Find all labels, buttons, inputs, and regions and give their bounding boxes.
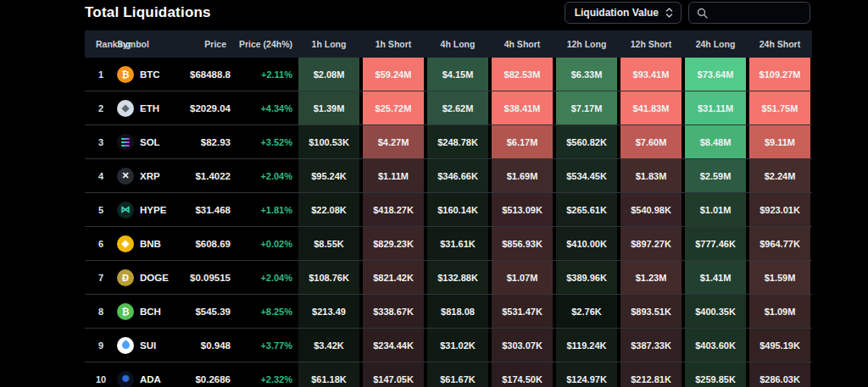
symbol-label: DOGE (140, 273, 169, 283)
column-header-1h-long[interactable]: 1h Long (297, 39, 361, 49)
ada-coin-icon: ✺ (117, 371, 134, 387)
liquidation-cell: $31.61K (426, 227, 490, 260)
column-header-4h-long[interactable]: 4h Long (426, 39, 490, 49)
liquidation-value: $964.77K (749, 227, 810, 260)
liquidation-value: $1.11M (363, 159, 424, 192)
liquidation-value: $6.33M (556, 58, 617, 91)
column-header-ranking[interactable]: Ranking (85, 39, 117, 49)
liquidation-cell: $1.09M (748, 295, 812, 328)
liquidation-value: $1.23M (620, 261, 682, 294)
liquidation-value: $4.15M (427, 58, 488, 91)
liquidation-cell: $25.72M (361, 91, 426, 124)
liquidation-value: $22.08K (298, 193, 359, 226)
table-row-eth[interactable]: 2◆ETH$2029.04+4.34%$1.39M$25.72M$2.62M$3… (85, 91, 812, 124)
liquidation-value: $389.96K (556, 261, 617, 294)
liquidation-cell: $418.27K (361, 193, 426, 226)
liquidation-value: $2.76K (556, 295, 617, 328)
liquidation-cell: $212.81K (619, 362, 683, 387)
table-row-sol[interactable]: 3SOL$82.93+3.52%$100.53K$4.27M$248.78K$6… (85, 124, 812, 158)
liquidation-value: $897.27K (620, 227, 682, 260)
liquidation-value: $212.81K (620, 362, 682, 387)
price-change-cell: +8.25% (231, 295, 297, 328)
price-cell: $608.69 (180, 227, 231, 260)
column-header-4h-short[interactable]: 4h Short (490, 39, 554, 49)
liquidation-cell: $61.18K (297, 362, 361, 387)
liquidation-cell: $234.44K (361, 329, 426, 362)
rank-cell: 9 (85, 329, 117, 362)
symbol-label: XRP (140, 171, 160, 181)
table-row-bch[interactable]: 8₿BCH$545.39+8.25%$213.49$338.67K$818.08… (85, 294, 812, 328)
eth-coin-icon: ◆ (117, 100, 134, 117)
liquidation-cell: $38.41M (490, 91, 554, 124)
rank-cell: 3 (85, 125, 117, 158)
price-change-cell: +2.04% (231, 159, 297, 192)
column-header-24h-short[interactable]: 24h Short (748, 39, 812, 49)
liquidation-value: $31.02K (427, 329, 488, 362)
symbol-label: SOL (140, 137, 160, 147)
table-row-ada[interactable]: 10✺ADA$0.2686+2.32%$61.18K$147.05K$61.67… (85, 362, 812, 387)
column-header-symbol[interactable]: Symbol (117, 39, 180, 49)
liquidation-cell: $2.76K (554, 295, 619, 328)
column-header-1h-short[interactable]: 1h Short (361, 39, 426, 49)
column-header-price-24h-[interactable]: Price (24h%) (231, 39, 297, 49)
table-row-btc[interactable]: 1₿BTC$68488.8+2.11%$2.08M$59.24M$4.15M$8… (85, 58, 812, 91)
symbol-cell: ⋈HYPE (117, 193, 180, 226)
liquidation-value: $540.98K (620, 193, 682, 226)
search-input[interactable] (713, 6, 802, 19)
column-header-12h-long[interactable]: 12h Long (554, 39, 619, 49)
liquidation-value: $259.85K (685, 362, 746, 387)
liquidation-value: $100.53K (298, 125, 359, 158)
liquidation-cell: $2.59M (683, 159, 748, 192)
column-header-24h-long[interactable]: 24h Long (683, 39, 748, 49)
liquidation-value: $531.47K (492, 295, 553, 328)
liquidation-cell: $513.09K (490, 193, 554, 226)
table-row-hype[interactable]: 5⋈HYPE$31.468+1.81%$22.08K$418.27K$160.1… (85, 192, 812, 226)
liquidation-value: $6.17M (492, 125, 553, 158)
liquidation-value: $777.46K (685, 227, 746, 260)
liquidation-value: $7.60M (620, 125, 682, 158)
rank-cell: 7 (85, 261, 117, 294)
table-row-bnb[interactable]: 6◆BNB$608.69+0.02%$8.55K$829.23K$31.61K$… (85, 226, 812, 260)
symbol-label: BNB (140, 239, 161, 249)
liquidation-cell: $3.42K (297, 329, 361, 362)
liquidation-value: $1.07M (492, 261, 553, 294)
symbol-cell: SUI (117, 329, 180, 362)
search-icon (697, 8, 708, 19)
liquidation-cell: $124.97K (554, 362, 619, 387)
liquidation-value: $234.44K (363, 329, 424, 362)
table-row-sui[interactable]: 9SUI$0.948+3.77%$3.42K$234.44K$31.02K$30… (85, 328, 812, 362)
liquidation-value: $109.27M (749, 58, 810, 91)
liquidation-value: $2.08M (298, 58, 359, 91)
xrp-coin-icon: ✕ (117, 168, 134, 185)
liquidation-cell: $2.24M (748, 159, 812, 192)
sol-bars-glyph (121, 138, 130, 147)
liquidation-cell: $4.15M (426, 58, 490, 91)
liquidation-cell: $6.17M (490, 125, 554, 158)
liquidation-cell: $2.62M (426, 91, 490, 124)
liquidation-value: $346.66K (427, 159, 488, 192)
search-box[interactable] (688, 2, 810, 24)
liquidation-value: $73.64M (685, 58, 746, 91)
liquidation-value: $495.19K (749, 329, 810, 362)
btc-coin-icon: ₿ (117, 66, 134, 83)
liquidation-cell: $964.77K (748, 227, 812, 260)
liquidation-value: $534.45K (556, 159, 617, 192)
price-change-cell: +4.34% (231, 91, 297, 124)
liquidation-cell: $560.82K (554, 125, 619, 158)
table-row-xrp[interactable]: 4✕XRP$1.4022+2.04%$95.24K$1.11M$346.66K$… (85, 158, 812, 192)
liquidation-cell: $829.23K (361, 227, 426, 260)
column-header-price[interactable]: Price (180, 39, 231, 49)
table-row-doge[interactable]: 7ÐDOGE$0.09515+2.04%$108.76K$821.42K$132… (85, 260, 812, 294)
liquidation-cell: $41.83M (619, 91, 683, 124)
liquidation-cell: $61.67K (426, 362, 490, 387)
table-body: 1₿BTC$68488.8+2.11%$2.08M$59.24M$4.15M$8… (85, 58, 812, 387)
liquidation-value: $818.08 (427, 295, 488, 328)
liquidation-cell: $856.93K (490, 227, 554, 260)
column-header-12h-short[interactable]: 12h Short (619, 39, 683, 49)
price-change-cell: +1.81% (231, 193, 297, 226)
liquidation-value-dropdown[interactable]: Liquidation Value (565, 2, 682, 24)
liquidation-value: $821.42K (363, 261, 424, 294)
liquidation-cell: $6.33M (554, 58, 619, 91)
liquidation-cell: $2.08M (297, 58, 361, 91)
price-change-cell: +2.32% (231, 362, 297, 387)
